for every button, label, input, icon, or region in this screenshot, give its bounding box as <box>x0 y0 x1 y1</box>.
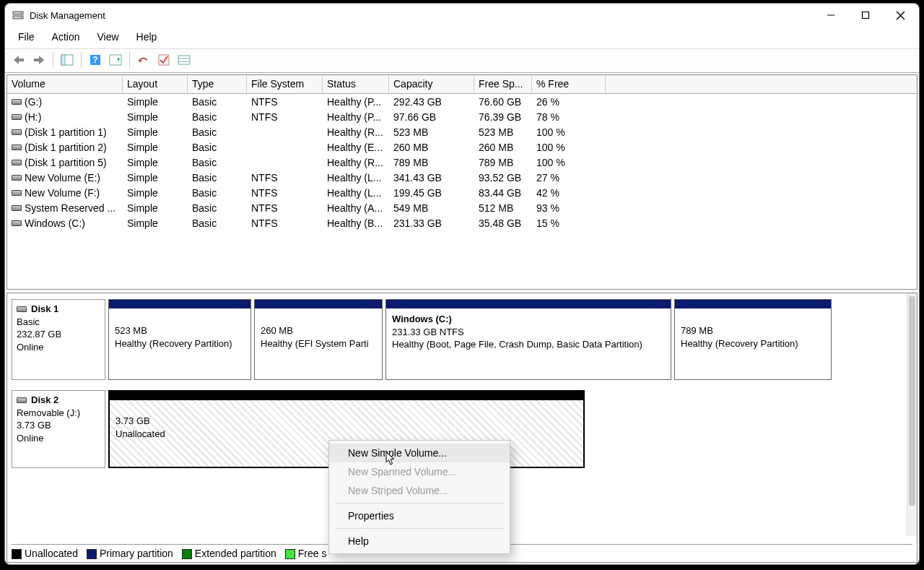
cell-freespace: 93.52 GB <box>474 172 532 183</box>
window-title: Disk Management <box>30 10 814 21</box>
column-header-pctfree[interactable]: % Free <box>532 75 606 93</box>
partition-status: Healthy (Recovery Partition) <box>115 337 245 350</box>
disk-label-disk1[interactable]: Disk 1 Basic 232.87 GB Online <box>12 299 105 380</box>
partition[interactable]: 789 MB Healthy (Recovery Partition) <box>674 299 832 380</box>
cell-pctfree: 100 % <box>532 126 606 138</box>
toolbar-separator <box>53 52 53 68</box>
partition-size: 3.73 GB <box>116 415 578 428</box>
cell-filesystem: NTFS <box>247 172 323 183</box>
help-icon[interactable]: ? <box>87 52 103 68</box>
table-row[interactable]: (Disk 1 partition 5)SimpleBasicHealthy (… <box>7 155 917 170</box>
menu-view[interactable]: View <box>90 30 126 44</box>
partition-windows-c[interactable]: Windows (C:) 231.33 GB NTFS Healthy (Boo… <box>385 299 671 380</box>
menu-separator <box>335 528 504 529</box>
disk-title: Disk 2 <box>31 394 58 407</box>
maximize-button[interactable] <box>848 4 883 27</box>
column-header-capacity[interactable]: Capacity <box>389 75 474 93</box>
cell-layout: Simple <box>123 96 188 108</box>
menu-item-properties[interactable]: Properties <box>329 506 510 525</box>
disk-type: Removable (J:) <box>17 407 100 420</box>
menu-separator <box>335 503 504 504</box>
menu-item-new-simple-volume[interactable]: New Simple Volume... <box>329 444 510 462</box>
column-header-filesystem[interactable]: File System <box>247 75 323 93</box>
cell-status: Healthy (L... <box>323 187 389 199</box>
table-row[interactable]: (G:)SimpleBasicNTFSHealthy (P...292.43 G… <box>7 94 917 109</box>
cell-pctfree: 93 % <box>532 202 606 214</box>
cell-filesystem: NTFS <box>247 96 323 108</box>
swatch-lime-icon <box>285 549 295 559</box>
svg-point-2 <box>20 12 22 14</box>
close-button[interactable] <box>883 4 918 27</box>
vertical-scrollbar[interactable] <box>907 293 917 536</box>
disk-block-disk1: Disk 1 Basic 232.87 GB Online 523 MB Hea… <box>12 299 912 380</box>
table-row[interactable]: (Disk 1 partition 1)SimpleBasicHealthy (… <box>7 124 917 139</box>
partition-header-primary <box>255 300 382 308</box>
disk-icon <box>17 397 27 403</box>
disk-title: Disk 1 <box>31 303 58 316</box>
legend-unallocated: Unallocated <box>12 548 78 559</box>
scrollbar-thumb[interactable] <box>909 296 915 506</box>
svg-point-3 <box>20 17 22 18</box>
legend-label: Free s <box>298 548 327 559</box>
cell-freespace: 789 MB <box>474 157 532 168</box>
volume-name: (Disk 1 partition 1) <box>25 126 107 138</box>
column-header-volume[interactable]: Volume <box>7 75 123 93</box>
column-header-type[interactable]: Type <box>188 75 247 93</box>
swatch-navy-icon <box>87 549 97 559</box>
partition[interactable]: 260 MB Healthy (EFI System Parti <box>254 299 383 380</box>
svg-rect-14 <box>178 56 190 64</box>
swatch-black-icon <box>12 549 22 559</box>
volume-list-body: (G:)SimpleBasicNTFSHealthy (P...292.43 G… <box>7 94 917 230</box>
legend-label: Extended partition <box>195 548 276 559</box>
volume-list-header: Volume Layout Type File System Status Ca… <box>7 75 917 94</box>
show-hide-tree-icon[interactable] <box>59 52 75 68</box>
cell-freespace: 260 MB <box>474 142 532 153</box>
column-header-freespace[interactable]: Free Sp... <box>474 75 532 93</box>
partition[interactable]: 523 MB Healthy (Recovery Partition) <box>108 299 251 380</box>
menu-item-new-striped-volume: New Striped Volume... <box>329 481 510 500</box>
cell-pctfree: 100 % <box>532 142 606 153</box>
menu-action[interactable]: Action <box>45 30 87 44</box>
cell-pctfree: 100 % <box>532 157 606 168</box>
menu-file[interactable]: File <box>11 30 42 44</box>
cell-layout: Simple <box>123 142 188 153</box>
menu-help[interactable]: Help <box>129 30 165 44</box>
cell-type: Basic <box>188 172 247 183</box>
disk-icon <box>17 306 27 312</box>
column-header-layout[interactable]: Layout <box>123 75 188 93</box>
disk-label-disk2[interactable]: Disk 2 Removable (J:) 3.73 GB Online <box>12 390 105 468</box>
svg-point-12 <box>139 59 141 62</box>
table-row[interactable]: (Disk 1 partition 2)SimpleBasicHealthy (… <box>7 139 917 155</box>
cell-pctfree: 26 % <box>532 96 606 108</box>
volume-name: System Reserved ... <box>25 202 116 214</box>
legend-free: Free s <box>285 548 327 559</box>
minimize-button[interactable] <box>814 4 848 27</box>
table-row[interactable]: New Volume (E:)SimpleBasicNTFSHealthy (L… <box>7 170 917 185</box>
cell-pctfree: 15 % <box>532 217 606 229</box>
cell-capacity: 789 MB <box>389 157 474 168</box>
cell-freespace: 76.39 GB <box>474 111 532 123</box>
forward-icon[interactable] <box>31 52 47 68</box>
list-icon[interactable] <box>176 52 192 68</box>
cell-capacity: 549 MB <box>389 202 474 214</box>
cell-status: Healthy (L... <box>323 172 389 183</box>
back-icon[interactable] <box>11 52 27 68</box>
refresh-icon[interactable] <box>108 52 123 68</box>
check-icon[interactable] <box>156 52 172 68</box>
settings-icon[interactable] <box>136 52 152 68</box>
drive-icon <box>12 129 22 135</box>
table-row[interactable]: (H:)SimpleBasicNTFSHealthy (P...97.66 GB… <box>7 109 917 124</box>
menu-item-help[interactable]: Help <box>329 532 510 550</box>
cell-status: Healthy (B... <box>323 217 389 229</box>
table-row[interactable]: Windows (C:)SimpleBasicNTFSHealthy (B...… <box>7 215 917 230</box>
drive-icon <box>12 220 22 226</box>
cell-freespace: 83.44 GB <box>474 187 532 199</box>
disk-size: 3.73 GB <box>17 419 100 432</box>
table-row[interactable]: New Volume (F:)SimpleBasicNTFSHealthy (L… <box>7 185 917 200</box>
context-menu: New Simple Volume... New Spanned Volume.… <box>328 440 510 554</box>
cell-type: Basic <box>188 187 247 199</box>
partition-header-primary <box>675 300 831 308</box>
column-header-status[interactable]: Status <box>323 75 389 93</box>
partition-size: 523 MB <box>115 324 245 337</box>
table-row[interactable]: System Reserved ...SimpleBasicNTFSHealth… <box>7 200 917 215</box>
